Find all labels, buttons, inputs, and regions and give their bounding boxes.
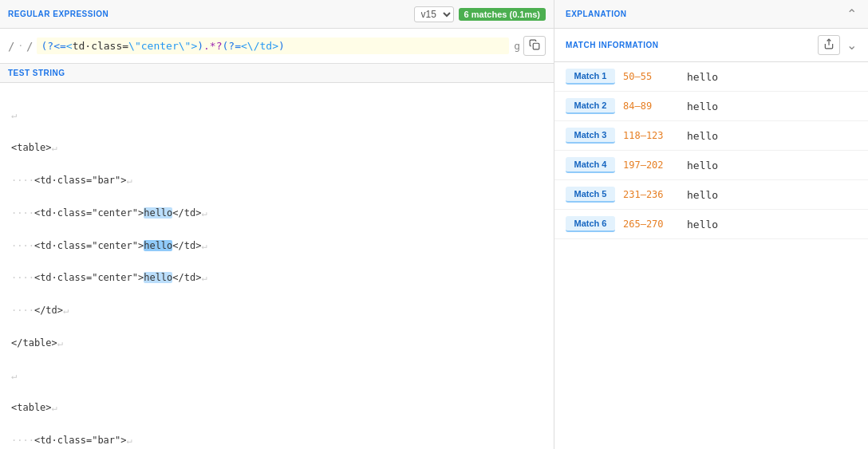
dot-separator: · (18, 41, 23, 51)
test-string-label: TEST STRING (8, 69, 65, 77)
token-lookforward-close: ) (278, 40, 285, 52)
svg-rect-0 (533, 43, 539, 49)
token-lookahead-open: (?<= (41, 40, 66, 52)
version-select[interactable]: v15 v14 (414, 6, 454, 22)
explanation-label: EXPLANATION (566, 10, 626, 18)
match-tag-6: Match 6 (566, 216, 615, 232)
token-quote1: \"center\" (128, 40, 191, 52)
left-panel: REGULAR EXPRESSION v15 v14 6 matches (0.… (0, 0, 554, 449)
line-td-center-1: ····<td·class="center">hello</td>↵ (11, 205, 542, 221)
match-tag-3: Match 3 (566, 128, 615, 144)
line-td-bar-1: ····<td·class="bar">↵ (11, 172, 542, 188)
match-range-2: 84–89 (623, 100, 679, 112)
line-td-center-3: ····<td·class="center">hello</td>↵ (11, 270, 542, 286)
match-value-3: hello (687, 130, 718, 142)
newline-marker: ↵ (11, 109, 17, 120)
match-row-6[interactable]: Match 6 265–270 hello (554, 210, 868, 239)
right-panel: EXPLANATION ⌃ MATCH INFORMATION ⌄ Match … (554, 0, 868, 449)
match-row-4[interactable]: Match 4 197–202 hello (554, 151, 868, 180)
match-tag-5: Match 5 (566, 187, 615, 203)
token-dotstar: .*? (203, 40, 222, 52)
regex-pattern-display[interactable]: (?<=<td·class=\"center\">).*?(?=<\/td>) (37, 37, 510, 54)
regex-header: REGULAR EXPRESSION v15 v14 6 matches (0.… (0, 0, 554, 29)
line-td-bar-2: ····<td·class="bar">↵ (11, 432, 542, 448)
match-info-header: MATCH INFORMATION ⌄ (554, 29, 868, 62)
share-button[interactable] (818, 35, 840, 55)
regex-label: REGULAR EXPRESSION (8, 10, 108, 18)
token-lookahead-close: ) (197, 40, 203, 52)
match-value-2: hello (687, 100, 718, 112)
line-table-close-1: </table>↵ (11, 335, 542, 351)
match-tag-2: Match 2 (566, 98, 615, 114)
match-value-5: hello (687, 189, 718, 201)
line-table-open-1: <table>↵ (11, 140, 542, 156)
match-range-3: 118–123 (623, 130, 679, 141)
match-range-1: 50–55 (623, 71, 679, 82)
match-value-6: hello (687, 219, 718, 230)
line-td-center-2: ····<td·class="center">hello</td>↵ (11, 238, 542, 254)
token-lt2: <\/td> (241, 40, 278, 52)
match-info-label: MATCH INFORMATION (566, 41, 658, 49)
match-value-1: hello (687, 71, 718, 83)
match-row-3[interactable]: Match 3 118–123 hello (554, 121, 868, 151)
explanation-collapse-button[interactable]: ⌃ (846, 6, 857, 22)
copy-button[interactable] (523, 36, 546, 56)
slash-separator2: / (26, 40, 33, 53)
test-string-content[interactable]: ↵ <table>↵ ····<td·class="bar">↵ ····<td… (0, 83, 554, 449)
line-table-open-2: <table>↵ (11, 400, 542, 416)
match-value-4: hello (687, 160, 718, 171)
token-class: class= (91, 40, 128, 52)
match-row-1[interactable]: Match 1 50–55 hello (554, 62, 868, 92)
line-1: ↵ (11, 107, 542, 123)
match-3-highlight: hello (144, 272, 172, 283)
match-range-5: 231–236 (623, 189, 679, 200)
line-blank: ↵ (11, 368, 542, 384)
match-tag-4: Match 4 (566, 157, 615, 173)
test-string-header: TEST STRING (0, 64, 554, 83)
match-range-6: 265–270 (623, 219, 679, 230)
explanation-header: EXPLANATION ⌃ (554, 0, 868, 29)
token-td: td· (73, 40, 91, 52)
slash-open: / (8, 40, 14, 53)
regex-input-row: / · / (?<=<td·class=\"center\">).*?(?=<\… (0, 29, 554, 64)
match-tag-1: Match 1 (566, 69, 615, 85)
token-lt: < (66, 40, 73, 52)
line-td-close-1: ····</td>↵ (11, 302, 542, 318)
match-1-highlight: hello (144, 207, 172, 219)
match-row-2[interactable]: Match 2 84–89 hello (554, 92, 868, 121)
match-list: Match 1 50–55 hello Match 2 84–89 hello … (554, 62, 868, 449)
match-2-highlight: hello (144, 240, 172, 251)
match-range-4: 197–202 (623, 160, 679, 171)
match-row-5[interactable]: Match 5 231–236 hello (554, 180, 868, 210)
match-info-expand-button[interactable]: ⌄ (846, 37, 857, 53)
flags-display: g (514, 40, 520, 52)
token-lookforward-open: (?= (223, 40, 241, 52)
match-badge: 6 matches (0.1ms) (459, 8, 546, 21)
